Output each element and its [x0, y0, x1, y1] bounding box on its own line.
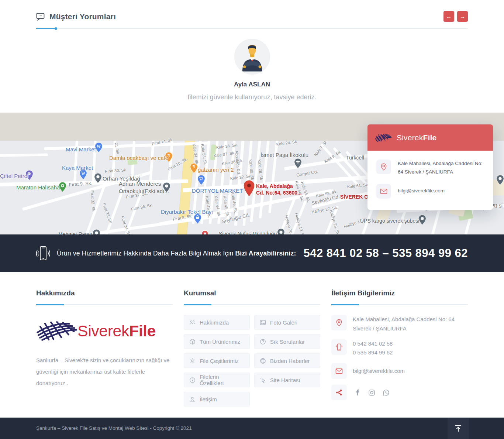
footer-link-box[interactable]: Tüm Ürünlerimiz [184, 334, 250, 349]
card-address: Kale Mahallesi, Abdalağa Caddesi No: 64 … [398, 160, 484, 176]
brand-name: SiverekFile [77, 322, 156, 340]
contact-info-card: SiverekFile Kale Mahallesi, Abdalağa Cad… [367, 124, 493, 210]
footer-corporate-title: Kurumsal [184, 289, 320, 297]
map-street-label: Fırat 32. Sk. [90, 190, 96, 213]
instagram-icon[interactable] [368, 389, 375, 396]
contact-email[interactable]: bilgi@siverekfile.com [353, 367, 405, 376]
map-street-label: Fırat 30. Sk. [105, 167, 127, 174]
footer-link-label: Foto Galeri [270, 319, 297, 326]
footer-link-label: Site Haritası [270, 377, 300, 383]
map-poi-label: Kale, Abdalağa Cd. No:64, 63600... [256, 183, 302, 196]
reviewer-name: Ayla ASLAN [36, 81, 468, 88]
reviews-section: Müşteri Yorumları ← → [0, 0, 504, 113]
cursor-icon [260, 377, 266, 383]
section-title: Müşteri Yorumları [49, 12, 116, 21]
map-poi-label: ğalzanın yeri 2 [198, 166, 234, 174]
map-pin-school[interactable] [294, 158, 302, 169]
net-logo-icon [375, 133, 394, 143]
footer-link-cursor[interactable]: Site Haritası [254, 373, 320, 387]
map-road [429, 208, 441, 234]
footer-link-gear[interactable]: File Çeşitlerimiz [184, 353, 250, 368]
info-icon [189, 377, 196, 383]
map-pin-food[interactable] [190, 163, 198, 174]
contact-email-row: bilgi@siverekfile.com [331, 363, 468, 379]
footer-link-label: Tüm Ürünlerimiz [200, 339, 240, 345]
cta-phone-numbers[interactable]: 542 841 02 58 – 535 894 99 62 [304, 247, 468, 260]
footer-link-info[interactable]: Filelerin Özellikleri [184, 373, 250, 387]
map-section[interactable]: Fırat 14. Sk.21. SkKale 36. Sk.Kale 37. … [0, 113, 504, 234]
map-pin-marker[interactable] [244, 180, 255, 196]
footer-link-label: Filelerin Özellikleri [200, 374, 244, 386]
review-quote: filemizi güvenle kullanıyoruz, tavsiye e… [36, 93, 468, 101]
email-icon [331, 363, 347, 379]
map-poi-label: İsmet Paşa İlkokulu [260, 151, 308, 159]
box-icon [189, 339, 196, 345]
arrow-right-icon: → [460, 14, 465, 19]
map-pin-dot[interactable] [496, 175, 504, 185]
footer-logo: SiverekFile [36, 315, 173, 347]
map-pin-dot[interactable] [92, 229, 101, 234]
net-logo-icon [36, 319, 83, 343]
map-pin-cart[interactable] [197, 175, 206, 185]
card-address-row: Kale Mahallesi, Abdalağa Caddesi No: 64 … [376, 160, 484, 176]
cta-bar: Ürün ve Hizmetlerimiz Hakkında Daha Fazl… [0, 234, 504, 272]
globe-icon [260, 358, 266, 364]
map-pin-dot[interactable] [277, 228, 285, 234]
social-links-row [331, 385, 468, 400]
contact-address-row: Kale Mahallesi, Abdalağa Caddesi No: 64 … [331, 315, 468, 333]
footer-link-label: İletişim [200, 396, 217, 402]
arrow-left-icon: ← [446, 14, 452, 19]
footer-link-globe[interactable]: Bizden Haberler [254, 353, 320, 368]
map-poi-label: Mavi Market [66, 146, 96, 153]
whatsapp-icon[interactable] [383, 389, 390, 396]
card-email[interactable]: bilgi@siverekfile.com [398, 187, 445, 195]
comments-icon [36, 12, 45, 21]
footer-links-grid: HakkımızdaFoto GaleriTüm ÜrünlerimizSık … [184, 315, 320, 407]
footer-contact-title: İletişim Bilgilerimiz [331, 289, 468, 297]
avatar [234, 39, 270, 75]
map-street-label: Kale 61. Sk [347, 182, 368, 189]
map-poi-label: DÖRTYOL MARKET [192, 187, 243, 195]
scroll-to-top-button[interactable] [448, 418, 469, 439]
map-poi-label: SİVEREK OT [340, 193, 372, 200]
map-poi-label: Turkcell [346, 154, 364, 161]
share-icon[interactable] [331, 385, 347, 400]
footer-about-title: Hakkımızda [36, 289, 173, 297]
map-street-label: Gerger Cd. [296, 169, 318, 179]
contact-phone-1[interactable]: 0 542 841 02 58 [353, 340, 393, 347]
map-road [149, 141, 154, 186]
map-poi-label: Adnan Menderes Ortaokulu(Eski adı... [119, 180, 169, 195]
footer-link-question[interactable]: Sık Sorulanlar [254, 334, 320, 349]
map-pin-dot[interactable] [94, 173, 102, 184]
card-email-row: bilgi@siverekfile.com [376, 184, 484, 199]
footer-about-description: Şanlıurfa – Siverek'te sizin ve çocuklar… [36, 355, 173, 389]
footer-link-users[interactable]: Hakkımızda [184, 315, 250, 330]
map-pin-reddot[interactable] [201, 230, 208, 234]
bottom-bar: Şanlıurfa – Siverek File Satış ve Montaj… [0, 418, 504, 439]
map-street-label: Kale 28. Sk [257, 159, 264, 180]
copyright-text: Şanlıurfa – Siverek File Satış ve Montaj… [36, 418, 468, 439]
contact-phone-2[interactable]: 0 535 894 99 62 [353, 349, 393, 356]
footer: Hakkımızda SiverekFile Şanlıurfa [0, 272, 504, 418]
gear-icon [189, 358, 196, 364]
footer-link-image[interactable]: Foto Galeri [254, 315, 320, 330]
email-icon [376, 184, 391, 199]
footer-contact-column: İletişim Bilgilerimiz Kale Mahallesi, Ab… [331, 289, 468, 407]
footer-link-contact[interactable]: İletişim [184, 392, 250, 407]
location-pin-icon [331, 315, 347, 330]
map-poi-label: Diyarbakır Tekel Bayi [161, 208, 213, 216]
map-poi-label: UPS kargo siverek şubesi [360, 217, 419, 224]
map-poi-label: Siverek Nüfus Müdürlüğü [219, 230, 277, 234]
section-divider [36, 27, 468, 30]
next-review-button[interactable]: → [457, 11, 468, 22]
map-poi-label: Damla ocakbaşı ve cafe [109, 154, 168, 162]
footer-link-label: Sık Sorulanlar [270, 339, 305, 345]
map-pin-dot[interactable] [418, 215, 427, 225]
prev-review-button[interactable]: ← [443, 11, 454, 22]
image-icon [260, 319, 266, 326]
card-logo: SiverekFile [367, 124, 493, 151]
facebook-icon[interactable] [354, 389, 361, 396]
contact-icon [189, 396, 196, 402]
testimonial: Ayla ASLAN filemizi güvenle kullanıyoruz… [36, 39, 468, 101]
map-street-label: Fırat 36. Sk. [131, 202, 153, 212]
